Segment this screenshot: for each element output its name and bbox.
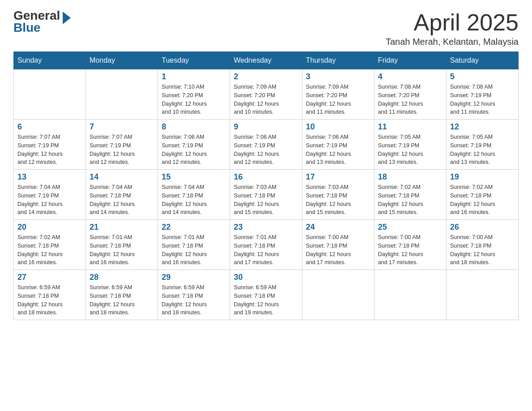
col-sunday: Sunday [14, 52, 86, 69]
calendar-cell: 13Sunrise: 7:04 AM Sunset: 7:19 PM Dayli… [14, 170, 86, 220]
day-number: 9 [234, 122, 298, 132]
calendar-header-row: Sunday Monday Tuesday Wednesday Thursday… [14, 52, 519, 69]
calendar-cell: 12Sunrise: 7:05 AM Sunset: 7:19 PM Dayli… [446, 120, 519, 170]
day-info: Sunrise: 7:06 AM Sunset: 7:19 PM Dayligh… [306, 133, 370, 167]
calendar-cell [446, 270, 519, 320]
day-number: 6 [17, 122, 82, 132]
day-number: 20 [17, 223, 82, 232]
calendar-cell: 11Sunrise: 7:05 AM Sunset: 7:19 PM Dayli… [374, 120, 446, 170]
calendar-table: Sunday Monday Tuesday Wednesday Thursday… [13, 51, 519, 320]
calendar-cell: 6Sunrise: 7:07 AM Sunset: 7:19 PM Daylig… [14, 120, 86, 170]
day-info: Sunrise: 7:08 AM Sunset: 7:19 PM Dayligh… [450, 83, 515, 116]
day-number: 21 [90, 223, 154, 232]
day-number: 23 [234, 223, 298, 232]
logo-triangle-icon [62, 12, 72, 26]
day-number: 4 [378, 72, 442, 81]
day-info: Sunrise: 6:59 AM Sunset: 7:18 PM Dayligh… [234, 283, 298, 317]
calendar-week-row: 27Sunrise: 6:59 AM Sunset: 7:18 PM Dayli… [14, 270, 519, 320]
day-info: Sunrise: 7:03 AM Sunset: 7:18 PM Dayligh… [306, 183, 370, 217]
day-info: Sunrise: 7:00 AM Sunset: 7:18 PM Dayligh… [378, 233, 442, 267]
title-section: April 2025 Tanah Merah, Kelantan, Malays… [386, 9, 519, 47]
day-info: Sunrise: 7:06 AM Sunset: 7:19 PM Dayligh… [162, 133, 226, 167]
svg-marker-0 [63, 12, 71, 24]
calendar-cell [302, 270, 374, 320]
calendar-cell: 23Sunrise: 7:01 AM Sunset: 7:18 PM Dayli… [230, 220, 302, 270]
page-header: General Blue April 2025 Tanah Merah, Kel… [13, 9, 519, 47]
day-number: 5 [450, 72, 515, 81]
calendar-cell: 7Sunrise: 7:07 AM Sunset: 7:19 PM Daylig… [86, 120, 158, 170]
day-number: 10 [306, 122, 370, 132]
day-info: Sunrise: 7:10 AM Sunset: 7:20 PM Dayligh… [162, 83, 226, 116]
day-info: Sunrise: 7:04 AM Sunset: 7:19 PM Dayligh… [17, 183, 82, 217]
day-info: Sunrise: 7:01 AM Sunset: 7:18 PM Dayligh… [162, 233, 226, 267]
logo: General Blue [13, 9, 72, 35]
day-number: 7 [90, 122, 154, 132]
day-info: Sunrise: 6:59 AM Sunset: 7:18 PM Dayligh… [162, 283, 226, 317]
calendar-cell: 26Sunrise: 7:00 AM Sunset: 7:18 PM Dayli… [446, 220, 519, 270]
calendar-week-row: 13Sunrise: 7:04 AM Sunset: 7:19 PM Dayli… [14, 170, 519, 220]
day-number: 14 [90, 172, 154, 182]
day-info: Sunrise: 7:02 AM Sunset: 7:18 PM Dayligh… [17, 233, 82, 267]
month-year-title: April 2025 [386, 9, 519, 36]
day-info: Sunrise: 7:07 AM Sunset: 7:19 PM Dayligh… [90, 133, 154, 167]
col-saturday: Saturday [446, 52, 519, 69]
day-info: Sunrise: 7:05 AM Sunset: 7:19 PM Dayligh… [450, 133, 515, 167]
calendar-cell: 9Sunrise: 7:06 AM Sunset: 7:19 PM Daylig… [230, 120, 302, 170]
calendar-week-row: 6Sunrise: 7:07 AM Sunset: 7:19 PM Daylig… [14, 120, 519, 170]
day-info: Sunrise: 7:00 AM Sunset: 7:18 PM Dayligh… [306, 233, 370, 267]
day-info: Sunrise: 7:05 AM Sunset: 7:19 PM Dayligh… [378, 133, 442, 167]
day-number: 2 [234, 72, 298, 81]
calendar-cell: 18Sunrise: 7:02 AM Sunset: 7:18 PM Dayli… [374, 170, 446, 220]
calendar-cell: 2Sunrise: 7:09 AM Sunset: 7:20 PM Daylig… [230, 69, 302, 120]
calendar-cell: 20Sunrise: 7:02 AM Sunset: 7:18 PM Dayli… [14, 220, 86, 270]
day-info: Sunrise: 7:00 AM Sunset: 7:18 PM Dayligh… [450, 233, 515, 267]
calendar-cell: 8Sunrise: 7:06 AM Sunset: 7:19 PM Daylig… [158, 120, 230, 170]
calendar-cell: 29Sunrise: 6:59 AM Sunset: 7:18 PM Dayli… [158, 270, 230, 320]
day-info: Sunrise: 6:59 AM Sunset: 7:18 PM Dayligh… [17, 283, 82, 317]
day-info: Sunrise: 7:08 AM Sunset: 7:20 PM Dayligh… [378, 83, 442, 116]
calendar-cell: 30Sunrise: 6:59 AM Sunset: 7:18 PM Dayli… [230, 270, 302, 320]
calendar-cell: 28Sunrise: 6:59 AM Sunset: 7:18 PM Dayli… [86, 270, 158, 320]
day-info: Sunrise: 7:09 AM Sunset: 7:20 PM Dayligh… [234, 83, 298, 116]
calendar-cell: 15Sunrise: 7:04 AM Sunset: 7:18 PM Dayli… [158, 170, 230, 220]
calendar-cell: 22Sunrise: 7:01 AM Sunset: 7:18 PM Dayli… [158, 220, 230, 270]
day-number: 12 [450, 122, 515, 132]
day-number: 15 [162, 172, 226, 182]
day-info: Sunrise: 7:09 AM Sunset: 7:20 PM Dayligh… [306, 83, 370, 116]
day-number: 27 [17, 273, 82, 282]
calendar-cell: 24Sunrise: 7:00 AM Sunset: 7:18 PM Dayli… [302, 220, 374, 270]
day-info: Sunrise: 7:06 AM Sunset: 7:19 PM Dayligh… [234, 133, 298, 167]
day-number: 1 [162, 72, 226, 81]
calendar-cell [14, 69, 86, 120]
day-number: 22 [162, 223, 226, 232]
day-info: Sunrise: 7:02 AM Sunset: 7:18 PM Dayligh… [450, 183, 515, 217]
calendar-cell: 16Sunrise: 7:03 AM Sunset: 7:18 PM Dayli… [230, 170, 302, 220]
day-number: 19 [450, 172, 515, 182]
calendar-cell [86, 69, 158, 120]
day-number: 18 [378, 172, 442, 182]
calendar-cell: 25Sunrise: 7:00 AM Sunset: 7:18 PM Dayli… [374, 220, 446, 270]
col-tuesday: Tuesday [158, 52, 230, 69]
logo-blue-text: Blue [13, 21, 60, 35]
day-number: 25 [378, 223, 442, 232]
calendar-cell: 10Sunrise: 7:06 AM Sunset: 7:19 PM Dayli… [302, 120, 374, 170]
day-info: Sunrise: 6:59 AM Sunset: 7:18 PM Dayligh… [90, 283, 154, 317]
col-friday: Friday [374, 52, 446, 69]
day-info: Sunrise: 7:07 AM Sunset: 7:19 PM Dayligh… [17, 133, 82, 167]
calendar-cell: 27Sunrise: 6:59 AM Sunset: 7:18 PM Dayli… [14, 270, 86, 320]
calendar-cell: 21Sunrise: 7:01 AM Sunset: 7:18 PM Dayli… [86, 220, 158, 270]
calendar-week-row: 1Sunrise: 7:10 AM Sunset: 7:20 PM Daylig… [14, 69, 519, 120]
day-info: Sunrise: 7:02 AM Sunset: 7:18 PM Dayligh… [378, 183, 442, 217]
day-number: 16 [234, 172, 298, 182]
calendar-cell: 5Sunrise: 7:08 AM Sunset: 7:19 PM Daylig… [446, 69, 519, 120]
day-number: 11 [378, 122, 442, 132]
calendar-cell: 4Sunrise: 7:08 AM Sunset: 7:20 PM Daylig… [374, 69, 446, 120]
calendar-cell: 14Sunrise: 7:04 AM Sunset: 7:18 PM Dayli… [86, 170, 158, 220]
day-number: 8 [162, 122, 226, 132]
day-number: 28 [90, 273, 154, 282]
calendar-cell: 1Sunrise: 7:10 AM Sunset: 7:20 PM Daylig… [158, 69, 230, 120]
day-info: Sunrise: 7:04 AM Sunset: 7:18 PM Dayligh… [162, 183, 226, 217]
calendar-cell [374, 270, 446, 320]
day-number: 29 [162, 273, 226, 282]
day-number: 24 [306, 223, 370, 232]
